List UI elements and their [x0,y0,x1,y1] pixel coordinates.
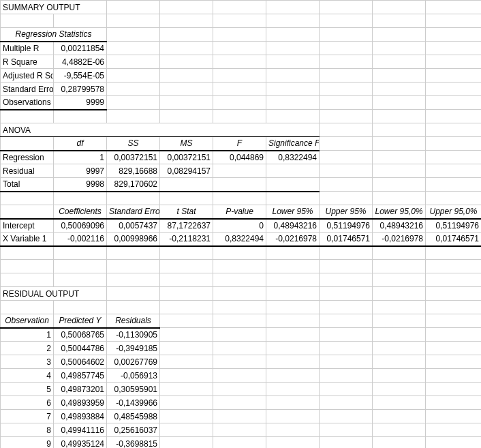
coef-cell: 0,00998966 [107,233,160,246]
regstat-label: Standard Error [1,83,54,96]
coef-header: Upper 95% [320,205,373,219]
regstat-value: -9,554E-05 [54,69,107,83]
resid-py: 0,49893959 [54,396,107,410]
coef-cell: 0,8322494 [213,233,266,246]
coef-cell: -0,2118231 [160,233,213,246]
regstat-value: 9999 [54,96,107,110]
regstat-label: Adjusted R Square [1,69,54,83]
anova-cell: 829,170602 [107,178,160,192]
anova-cell: 0,8322494 [266,151,320,164]
coef-header: t Stat [160,205,213,219]
anova-cell: 0,00372151 [160,151,213,164]
coef-cell: -0,002116 [54,233,107,246]
resid-header: Observation [1,314,54,328]
coef-row-label: Intercept [1,219,54,233]
coef-header: P-value [213,205,266,219]
coef-cell: 0,0057437 [107,219,160,233]
resid-obs: 5 [1,383,54,396]
coef-cell: -0,0216978 [373,233,426,246]
regstat-label: Observations [1,96,54,110]
resid-header: Predicted Y [54,314,107,328]
coef-row-label: X Variable 1 [1,233,54,246]
resid-r: 0,30595901 [107,383,160,396]
coef-cell: 0,01746571 [426,233,481,246]
residual-output-title: RESIDUAL OUTPUT [1,287,107,301]
coef-cell: 0,51194976 [320,219,373,233]
anova-row-label: Residual [1,164,54,178]
coef-cell: 87,1722637 [160,219,213,233]
regstat-value: 4,4882E-06 [54,55,107,69]
anova-header: F [213,137,266,151]
spreadsheet: SUMMARY OUTPUT Regression Statistics Mul… [0,0,481,448]
resid-r: 0,48545988 [107,410,160,423]
resid-py: 0,49893884 [54,410,107,423]
anova-cell: 1 [54,151,107,164]
resid-header: Residuals [107,314,160,328]
resid-py: 0,49857745 [54,369,107,383]
anova-cell [266,164,320,178]
regstat-label: R Square [1,55,54,69]
anova-cell: 0,00372151 [107,151,160,164]
anova-header: Significance F [266,137,320,151]
resid-r: -0,3949185 [107,342,160,355]
coef-header: Lower 95% [266,205,320,219]
resid-obs: 9 [1,437,54,449]
resid-obs: 8 [1,423,54,437]
resid-r: 0,00267769 [107,355,160,369]
anova-cell [266,178,320,192]
coef-cell: 0 [213,219,266,233]
anova-cell: 9997 [54,164,107,178]
coef-header: Lower 95,0% [373,205,426,219]
resid-r: -0,056913 [107,369,160,383]
resid-obs: 1 [1,328,54,342]
resid-py: 0,50064602 [54,355,107,369]
anova-header: MS [160,137,213,151]
resid-py: 0,49873201 [54,383,107,396]
regression-statistics-header: Regression Statistics [1,28,107,42]
anova-cell: 0,08294157 [160,164,213,178]
resid-py: 0,49941116 [54,423,107,437]
coef-header: Standard Error [107,205,160,219]
coef-cell: 0,48943216 [266,219,320,233]
resid-r: -0,3698815 [107,437,160,449]
resid-obs: 2 [1,342,54,355]
anova-cell: 0,044869 [213,151,266,164]
resid-obs: 6 [1,396,54,410]
coef-cell: -0,0216978 [266,233,320,246]
coef-cell: 0,51194976 [426,219,481,233]
coef-cell: 0,50069096 [54,219,107,233]
coef-header: Coefficients [54,205,107,219]
summary-output-title: SUMMARY OUTPUT [1,1,107,14]
anova-row-label: Regression [1,151,54,164]
anova-title: ANOVA [1,123,320,137]
resid-obs: 4 [1,369,54,383]
resid-r: -0,1130905 [107,328,160,342]
resid-py: 0,50044786 [54,342,107,355]
regstat-value: 0,00211854 [54,42,107,55]
resid-py: 0,50068765 [54,328,107,342]
coef-cell: 0,48943216 [373,219,426,233]
resid-r: -0,1439966 [107,396,160,410]
regstat-value: 0,28799578 [54,83,107,96]
anova-header: SS [107,137,160,151]
anova-cell [213,178,266,192]
anova-row-label: Total [1,178,54,192]
anova-cell [213,164,266,178]
anova-cell: 9998 [54,178,107,192]
anova-cell: 829,16688 [107,164,160,178]
resid-py: 0,49935124 [54,437,107,449]
regstat-label: Multiple R [1,42,54,55]
anova-cell [160,178,213,192]
resid-obs: 3 [1,355,54,369]
coef-header: Upper 95,0% [426,205,481,219]
anova-header: df [54,137,107,151]
coef-cell: 0,01746571 [320,233,373,246]
resid-r: 0,25616037 [107,423,160,437]
resid-obs: 7 [1,410,54,423]
